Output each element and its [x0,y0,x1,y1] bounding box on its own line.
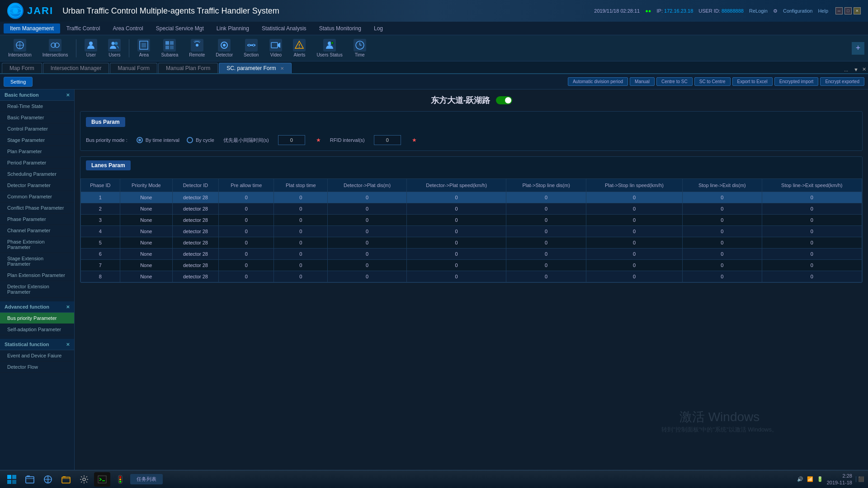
tab-manual-plan[interactable]: Manual Plan Form [158,63,218,73]
toolbar-intersection[interactable]: Intersection [4,37,36,59]
encrypt-exported-btn[interactable]: Encrypt exported [820,77,864,86]
table-row[interactable]: 8Nonedetector 2800000000 [81,271,862,282]
radio-by-time[interactable]: By time interval [137,137,179,143]
basic-function-header[interactable]: Basic function ✕ [0,89,74,101]
table-row[interactable]: 4Nonedetector 2800000000 [81,226,862,237]
tab-more-button[interactable]: ... [844,67,848,72]
add-button[interactable]: + [852,42,864,55]
tab-close-icon[interactable]: ✕ [280,66,284,71]
status-toggle[interactable] [496,96,512,104]
radio-by-cycle[interactable]: By cycle [187,137,214,143]
table-row[interactable]: 6Nonedetector 2800000000 [81,249,862,260]
minimize-button[interactable]: ─ [835,7,843,14]
sidebar-item-event-device[interactable]: Event and Device Faiure [0,350,74,361]
sidebar-item-realtime[interactable]: Real-Time State [0,101,74,112]
config-icon[interactable]: ⚙ [773,8,778,14]
setting-button[interactable]: Setting [4,77,33,87]
toolbar-video[interactable]: Video [265,37,287,59]
toolbar-time[interactable]: Time [349,37,371,59]
toolbar-subarea[interactable]: Subarea [156,37,183,59]
sidebar-item-bus-priority[interactable]: Bus priority Parameter [0,313,74,324]
statistical-function-header[interactable]: Statistical function ✕ [0,339,74,350]
menu-item-log[interactable]: Log [368,23,389,33]
toolbar-users-status[interactable]: Users Status [312,37,347,59]
sidebar-item-plan-ext[interactable]: Plan Extension Parameter [0,270,74,281]
sidebar-item-common[interactable]: Common Parameter [0,191,74,202]
taskbar-folder[interactable] [58,472,74,487]
sidebar-item-detector-flow[interactable]: Detector Flow [0,361,74,373]
sidebar-item-plan[interactable]: Plan Parameter [0,146,74,157]
taskbar-file-manager[interactable] [22,472,38,487]
sidebar-item-period[interactable]: Period Parameter [0,157,74,169]
taskbar-task-item[interactable]: 任务列表 [130,474,163,484]
toolbar-user[interactable]: User [80,37,102,59]
start-button[interactable] [4,472,20,487]
taskbar-terminal[interactable] [94,472,110,487]
advanced-function-header[interactable]: Advanced function ✕ [0,301,74,313]
tab-sc-param[interactable]: SC. parameter Form ✕ [219,63,292,73]
bus-param-header[interactable]: Bus Param [86,117,125,127]
toolbar-alerts[interactable]: Alerts [288,37,310,59]
taskbar-volume-icon[interactable]: 🔊 [797,476,803,482]
col-detector-id: Detector ID [172,179,218,192]
table-row[interactable]: 7Nonedetector 2800000000 [81,260,862,271]
table-row[interactable]: 5Nonedetector 2800000000 [81,237,862,249]
toolbar-users[interactable]: Users [104,37,125,59]
menu-item-link[interactable]: Link Planning [210,23,255,33]
sidebar-item-channel[interactable]: Channel Parameter [0,225,74,236]
sidebar-item-stage-ext[interactable]: Stage Extension Parameter [0,253,74,270]
restore-button[interactable]: □ [844,7,852,14]
taskbar-battery-icon[interactable]: 🔋 [817,476,823,482]
sidebar-item-detector[interactable]: Detector Parameter [0,180,74,191]
sidebar-item-basic[interactable]: Basic Parameter [0,112,74,123]
toolbar-remote[interactable]: Remote [184,37,209,59]
menu-item-special[interactable]: Special Service Mgt [150,23,210,33]
menu-item-status[interactable]: Status Monitoring [313,23,368,33]
tab-intersection-manager[interactable]: Intersection Manager [43,63,109,73]
tab-dropdown-arrow[interactable]: ▼ [854,67,859,72]
min-interval-input[interactable] [278,135,305,145]
sidebar-item-stage[interactable]: Stage Parameter [0,135,74,146]
sidebar-item-detector-ext[interactable]: Detector Extension Parameter [0,281,74,298]
menu-item-traffic[interactable]: Traffic Control [60,23,107,33]
toolbar-section[interactable]: Section [239,37,263,59]
sidebar-item-control[interactable]: Control Parameter [0,123,74,135]
export-excel-btn[interactable]: Export to Excel [732,77,773,86]
sc-to-centre-btn[interactable]: SC to Centre [694,77,731,86]
help-link[interactable]: Help [818,8,828,14]
encrypted-import-btn[interactable]: Encrypted import [774,77,819,86]
sidebar-item-phase-ext[interactable]: Phase Extension Parameter [0,236,74,253]
subarea-icon [163,39,176,52]
table-row[interactable]: 1Nonedetector 2800000000 [81,192,862,203]
manual-btn[interactable]: Manual [630,77,655,86]
tab-close-all[interactable]: ✕ [862,66,866,72]
relogin-link[interactable]: ReLogin [749,8,768,14]
sidebar-item-self-adaption[interactable]: Self-adaption Parameter [0,324,74,335]
taskbar-settings[interactable] [76,472,92,487]
toolbar-detector[interactable]: Detector [211,37,237,59]
tab-map[interactable]: Map Form [2,63,42,73]
menu-item-management[interactable]: Item Management [4,23,60,33]
auto-division-btn[interactable]: Automatic division period [568,77,628,86]
rfid-input[interactable] [374,135,401,145]
toolbar-area[interactable]: Area [133,37,155,59]
lanes-param-header[interactable]: Lanes Param [86,160,131,170]
video-icon [269,39,282,52]
toolbar-intersections[interactable]: Intersections [38,37,73,59]
menu-item-statistical[interactable]: Statistical Analysis [255,23,313,33]
taskbar-network-icon[interactable]: 📶 [807,476,813,482]
taskbar-traffic-light[interactable] [112,472,128,487]
sidebar-item-conflict[interactable]: Conflict Phase Parameter [0,202,74,214]
close-button[interactable]: ✕ [854,7,861,14]
table-row[interactable]: 3Nonedetector 2800000000 [81,215,862,226]
menu-item-area[interactable]: Area Control [106,23,149,33]
taskbar-browser[interactable] [40,472,56,487]
centre-to-sc-btn[interactable]: Centre to SC [656,77,693,86]
taskbar-show-desktop[interactable]: ⬛ [856,476,864,482]
table-cell: 0 [274,203,328,215]
tab-manual[interactable]: Manual Form [110,63,157,73]
configuration-link[interactable]: Configuration [783,8,812,14]
sidebar-item-phase[interactable]: Phase Parameter [0,214,74,225]
table-row[interactable]: 2Nonedetector 2800000000 [81,203,862,215]
sidebar-item-scheduling[interactable]: Scheduling Parameter [0,169,74,180]
